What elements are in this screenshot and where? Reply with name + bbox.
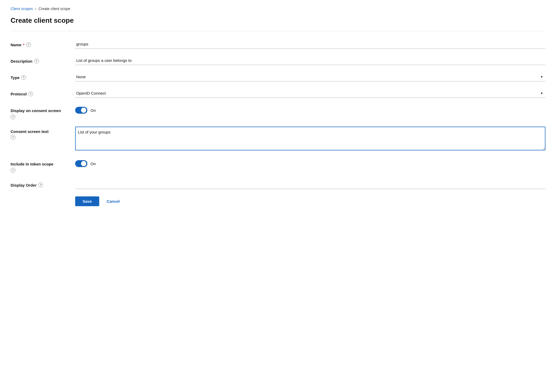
include-in-token-scope-label-sub: ?: [11, 168, 69, 173]
display-order-label-col: Display Order ?: [11, 180, 69, 187]
include-in-token-scope-label-col: Include in token scope ?: [11, 159, 69, 173]
protocol-row: Protocol ? OpenID Connect SAML ▼: [11, 89, 545, 98]
consent-screen-text-label: Consent screen text: [11, 129, 69, 134]
description-input[interactable]: [75, 56, 545, 65]
save-button[interactable]: Save: [75, 196, 99, 206]
protocol-label-text: Protocol: [11, 92, 27, 96]
type-label: Type ?: [11, 75, 69, 80]
consent-screen-text-control-col: [75, 127, 545, 151]
consent-screen-text-label-text: Consent screen text: [11, 129, 48, 134]
description-label-col: Description ?: [11, 56, 69, 63]
display-on-consent-screen-row: Display on consent screen ? On: [11, 105, 545, 119]
include-in-token-scope-toggle-label: On: [91, 162, 96, 166]
include-in-token-scope-label: Include in token scope: [11, 161, 69, 167]
description-help-icon[interactable]: ?: [34, 59, 39, 63]
display-on-consent-screen-label-col: Display on consent screen ?: [11, 105, 69, 119]
display-on-consent-screen-control-col: On: [75, 105, 545, 114]
include-in-token-scope-label-text: Include in token scope: [11, 162, 53, 166]
consent-screen-text-help-icon[interactable]: ?: [11, 135, 15, 140]
include-in-token-scope-toggle-row: On: [75, 159, 545, 167]
display-order-control-col: [75, 180, 545, 189]
description-label-text: Description: [11, 59, 33, 63]
protocol-label-col: Protocol ?: [11, 89, 69, 96]
include-in-token-scope-slider: [75, 160, 87, 167]
breadcrumb-link-client-scopes[interactable]: Client scopes: [11, 7, 33, 11]
create-client-scope-form: Name * ? Description ? Type ?: [11, 40, 545, 189]
name-row: Name * ?: [11, 40, 545, 49]
display-on-consent-screen-label-line2: screen: [48, 108, 61, 113]
breadcrumb-separator: ›: [35, 6, 36, 11]
display-order-input[interactable]: [75, 180, 545, 189]
include-in-token-scope-toggle[interactable]: [75, 160, 87, 167]
display-order-label-text: Display Order: [11, 183, 37, 187]
button-row: Save Cancel: [11, 196, 545, 206]
breadcrumb-current: Create client scope: [38, 7, 70, 11]
name-required-star: *: [23, 43, 25, 47]
display-on-consent-screen-toggle-label: On: [91, 108, 96, 113]
display-on-consent-screen-label-sub: ?: [11, 114, 69, 119]
name-input[interactable]: [75, 40, 545, 49]
type-label-col: Type ?: [11, 72, 69, 80]
description-control-col: [75, 56, 545, 65]
type-select[interactable]: None Default Optional: [75, 72, 545, 81]
name-label: Name * ?: [11, 42, 69, 47]
name-label-col: Name * ?: [11, 40, 69, 47]
display-on-consent-screen-label-line1: Display on consent: [11, 108, 47, 113]
display-on-consent-screen-label: Display on consent screen: [11, 108, 69, 113]
protocol-help-icon[interactable]: ?: [28, 91, 33, 96]
description-label: Description ?: [11, 59, 69, 63]
section-divider: [11, 31, 545, 31]
type-row: Type ? None Default Optional ▼: [11, 72, 545, 81]
type-help-icon[interactable]: ?: [21, 75, 26, 80]
protocol-select-wrapper: OpenID Connect SAML ▼: [75, 89, 545, 98]
page-title: Create client scope: [11, 16, 545, 25]
display-on-consent-screen-slider: [75, 107, 87, 114]
name-label-text: Name: [11, 43, 21, 47]
type-select-wrapper: None Default Optional ▼: [75, 72, 545, 81]
include-in-token-scope-control-col: On: [75, 159, 545, 167]
display-on-consent-screen-help-icon[interactable]: ?: [11, 114, 15, 119]
consent-screen-text-textarea[interactable]: [75, 127, 545, 150]
protocol-label: Protocol ?: [11, 91, 69, 96]
display-on-consent-screen-toggle[interactable]: [75, 107, 87, 114]
display-order-help-icon[interactable]: ?: [38, 183, 43, 187]
consent-screen-text-label-sub: ?: [11, 135, 69, 140]
breadcrumb: Client scopes › Create client scope: [11, 6, 545, 11]
display-order-label: Display Order ?: [11, 183, 69, 187]
protocol-control-col: OpenID Connect SAML ▼: [75, 89, 545, 98]
cancel-button[interactable]: Cancel: [103, 196, 123, 206]
include-in-token-scope-help-icon[interactable]: ?: [11, 168, 15, 173]
consent-screen-text-label-col: Consent screen text ?: [11, 127, 69, 140]
name-control-col: [75, 40, 545, 49]
description-row: Description ?: [11, 56, 545, 65]
name-help-icon[interactable]: ?: [26, 42, 31, 47]
include-in-token-scope-row: Include in token scope ? On: [11, 159, 545, 173]
type-label-text: Type: [11, 75, 20, 80]
consent-screen-text-row: Consent screen text ?: [11, 127, 545, 151]
type-control-col: None Default Optional ▼: [75, 72, 545, 81]
display-on-consent-screen-toggle-row: On: [75, 105, 545, 114]
display-order-row: Display Order ?: [11, 180, 545, 189]
protocol-select[interactable]: OpenID Connect SAML: [75, 89, 545, 98]
